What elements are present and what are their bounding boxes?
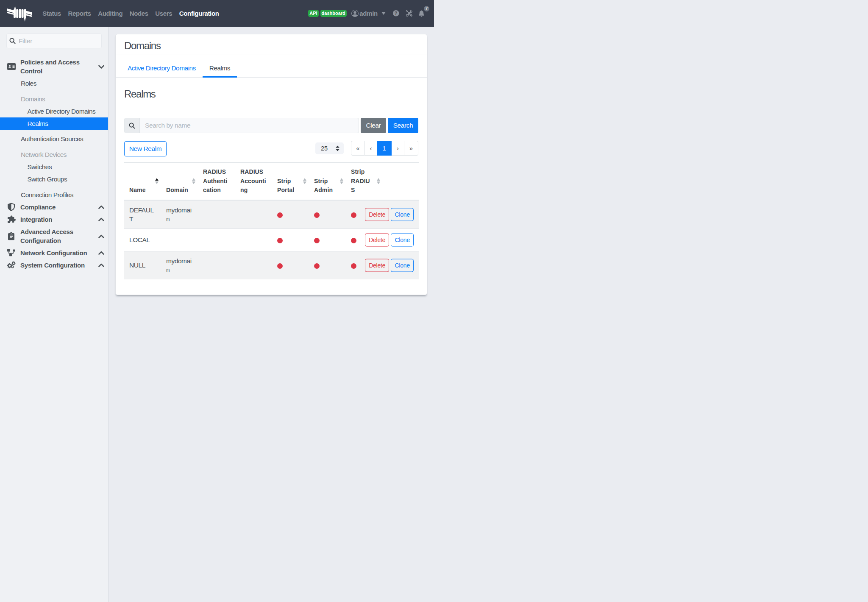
svg-text:?: ? [395, 11, 397, 16]
